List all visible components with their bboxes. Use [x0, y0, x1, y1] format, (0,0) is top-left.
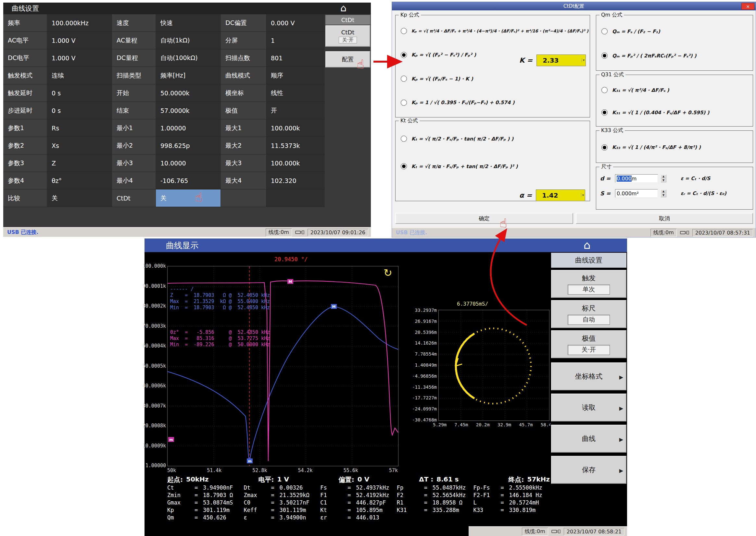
setting-value[interactable]: 自动(1kΩ) — [156, 32, 221, 49]
setting-value[interactable]: Z — [47, 154, 112, 172]
ctdt-toggle-button[interactable]: CtDt 关·开 — [325, 25, 370, 47]
result-name: Fp — [397, 485, 424, 491]
caret-down-icon[interactable]: ▾ — [582, 58, 585, 62]
refresh-icon[interactable]: ↻ — [383, 268, 392, 278]
radio-icon[interactable] — [601, 109, 608, 116]
formula-option[interactable]: K₃₃ = √( 1 / (4/π² · Fₛ/ΔF + 8/π²) ) — [599, 144, 750, 151]
home-icon[interactable]: ⌂ — [584, 239, 591, 251]
result-name: Keff — [244, 507, 271, 513]
setting-value[interactable]: 快速 — [156, 14, 221, 31]
ok-button[interactable]: 确定 — [395, 213, 573, 224]
setting-value[interactable]: 57.0000k — [156, 102, 221, 119]
setting-value[interactable]: 100.000k — [266, 119, 325, 137]
formula-option[interactable]: Qₘ = Fₛ / (F₂ − F₁) — [599, 28, 750, 34]
x-axis-label: 20.2m — [476, 422, 490, 427]
setting-value[interactable]: 连续 — [47, 67, 112, 84]
formula-option[interactable]: Kₜ = √( π/2 · Fₛ/Fₚ · tan( π/2 · ΔF/Fₚ )… — [398, 136, 587, 142]
formula-option[interactable]: K₃₁ = √( π²/4 · ΔF/Fₛ ) — [599, 87, 750, 93]
setting-value[interactable]: 801 — [266, 49, 325, 67]
menu-nav-button[interactable]: 坐标格式 ▶ — [551, 362, 627, 390]
qm-formula-group: Qm 公式 Qₘ = Fₛ / (F₂ − F₁) Qₘ = Fₚ² / ( 2… — [596, 15, 753, 71]
spin-down-icon[interactable]: ▼ — [661, 179, 666, 182]
menu-toggle-button[interactable]: 触发 单次 — [551, 270, 627, 298]
home-icon[interactable]: ⌂ — [340, 3, 346, 13]
radio-icon[interactable] — [601, 52, 608, 59]
setting-value[interactable]: 11.5373k — [266, 137, 325, 154]
setting-value[interactable]: 0 s — [47, 102, 112, 119]
setting-value[interactable]: Xs — [47, 137, 112, 154]
result-item: Dt = 0.00326 — [244, 485, 320, 491]
radio-icon[interactable] — [401, 76, 407, 82]
cancel-button[interactable]: 取消 — [576, 213, 753, 224]
setting-label: 触发模式 — [3, 67, 47, 84]
caret-down-icon[interactable]: ▾ — [581, 193, 584, 197]
setting-value[interactable]: 自动(100kΩ) — [156, 49, 221, 67]
y-axis-label: -11.3456m — [412, 385, 437, 390]
spin-up-icon[interactable]: ▲ — [661, 189, 666, 193]
d-spinner[interactable]: ▲ ▼ — [661, 175, 666, 182]
setting-value[interactable]: 1.000 V — [47, 49, 112, 67]
menu-nav-button[interactable]: 读取 ▶ — [551, 393, 627, 421]
setting-value[interactable]: 1 — [266, 32, 325, 49]
setting-value[interactable]: 998.625p — [156, 137, 221, 154]
close-icon[interactable]: × — [741, 3, 754, 10]
k-value-input[interactable]: 2.33 ▾ — [536, 54, 586, 66]
spin-down-icon[interactable]: ▼ — [661, 193, 666, 197]
setting-value[interactable]: 10.0000 — [156, 154, 221, 172]
result-value: 52.4937kHz — [356, 485, 389, 491]
radio-icon[interactable] — [401, 163, 407, 169]
radio-icon[interactable] — [601, 28, 608, 34]
menu-toggle-button[interactable]: 标尺 自动 — [551, 300, 627, 328]
formula-option[interactable]: Kₚ = 1 / √( 0.395 · Fₛ/(Fₚ−Fₛ) + 0.574 ) — [398, 100, 587, 106]
q31-formula-group: Q31 公式 K₃₁ = √( π²/4 · ΔF/Fₛ ) K₃₁ = √( … — [596, 75, 753, 126]
setting-value[interactable]: 100.000kHz — [47, 14, 112, 31]
radio-icon[interactable] — [401, 100, 407, 106]
result-value: 446.827pF — [356, 499, 386, 506]
setting-value[interactable]: 1.00000 — [156, 119, 221, 137]
formula-option[interactable]: Kₜ = √( π/α · Fₛ/Fₚ + tan( π/2 · ΔF/Fₚ )… — [398, 163, 587, 169]
subchart-title: 6.37705mS/ — [457, 301, 488, 307]
menu-nav-button[interactable]: 保存 ▶ — [551, 456, 627, 484]
setting-value[interactable]: 频率[Hz] — [156, 67, 221, 84]
menu-header[interactable]: 曲线设置 — [551, 253, 627, 268]
setting-value[interactable]: 50.0000k — [156, 84, 221, 102]
hand-cursor-icon: ☝ — [357, 57, 364, 71]
radio-icon[interactable] — [601, 87, 608, 93]
setting-value[interactable]: 关 — [47, 189, 112, 207]
radio-icon[interactable] — [401, 52, 407, 58]
y-axis-label: 70.0003k — [143, 323, 166, 329]
setting-value[interactable]: 0.000 V — [266, 14, 325, 31]
setting-value[interactable]: 0 s — [47, 84, 112, 102]
menu-toggle-button[interactable]: 极值 关·开 — [551, 330, 627, 358]
spin-up-icon[interactable]: ▲ — [661, 175, 666, 179]
s-input[interactable]: 0.000m² — [615, 189, 658, 198]
radio-icon[interactable] — [401, 136, 407, 142]
sweep-info-item: 电平: 1 V — [259, 475, 289, 484]
formula-option[interactable]: Qₘ = Fₚ² / ( 2πFₛRCₜ(Fₚ² − Fₛ²) ) — [599, 52, 750, 59]
menu-nav-button[interactable]: 曲线 ▶ — [551, 425, 627, 452]
phase-max-marker: M — [287, 279, 293, 284]
setting-value[interactable]: -106.765 — [156, 172, 221, 189]
s-spinner[interactable]: ▲ ▼ — [661, 189, 666, 197]
admittance-circle-plot[interactable] — [438, 310, 550, 421]
setting-value[interactable]: 线性 — [266, 84, 325, 102]
setting-value[interactable]: 顺序 — [266, 67, 325, 84]
radio-icon[interactable] — [601, 144, 608, 151]
formula-option[interactable]: K₃₁ = √( 1 / (0.404 · Fₛ/ΔF + 0.595) ) — [599, 109, 750, 116]
setting-value[interactable]: 开 — [266, 102, 325, 119]
radio-icon[interactable] — [401, 28, 407, 34]
main-plot[interactable]: m M m M — [167, 266, 398, 466]
setting-value[interactable]: θz° — [47, 172, 112, 189]
alpha-value-input[interactable]: 1.42 ▾ — [536, 189, 585, 201]
formula-option[interactable]: Kₚ = √( π²/4 · ΔF/Fₛ + π²/4 · (4−π²)/4 ·… — [398, 28, 587, 34]
setting-label: AC电平 — [3, 32, 47, 49]
formula-option[interactable]: Kₚ = √( (Fₚ/Fₛ − 1) · K ) — [398, 76, 587, 82]
setting-value[interactable]: 102.320 — [266, 172, 325, 189]
setting-value[interactable]: 100.000k — [266, 154, 325, 172]
setting-value[interactable]: 关 — [156, 189, 221, 207]
setting-value[interactable]: Rs — [47, 119, 112, 137]
setting-value[interactable] — [266, 189, 325, 207]
setting-value[interactable]: 1.000 V — [47, 32, 112, 49]
d-input[interactable]: 0.000 m — [615, 174, 658, 183]
k-label: K = — [519, 56, 533, 64]
